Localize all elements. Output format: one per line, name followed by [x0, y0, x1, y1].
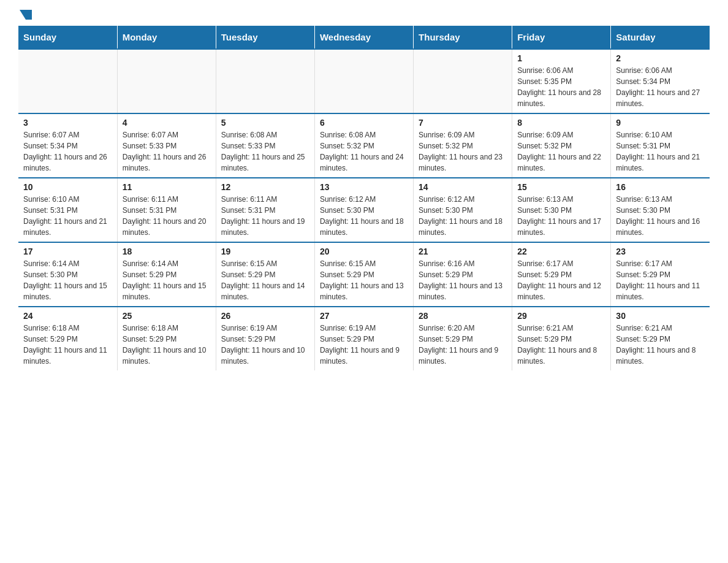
table-cell: 12Sunrise: 6:11 AMSunset: 5:31 PMDayligh… [216, 178, 314, 242]
table-cell: 5Sunrise: 6:08 AMSunset: 5:33 PMDaylight… [216, 113, 314, 178]
day-info: Sunrise: 6:17 AMSunset: 5:29 PMDaylight:… [616, 258, 705, 302]
day-info: Sunrise: 6:11 AMSunset: 5:31 PMDaylight:… [123, 194, 211, 238]
table-cell: 9Sunrise: 6:10 AMSunset: 5:31 PMDaylight… [611, 113, 710, 178]
day-number: 19 [221, 247, 309, 256]
day-number: 23 [616, 247, 705, 256]
table-cell: 15Sunrise: 6:13 AMSunset: 5:30 PMDayligh… [512, 178, 611, 242]
table-cell: 28Sunrise: 6:20 AMSunset: 5:29 PMDayligh… [414, 307, 512, 370]
day-info: Sunrise: 6:15 AMSunset: 5:29 PMDaylight:… [320, 258, 408, 302]
table-cell: 29Sunrise: 6:21 AMSunset: 5:29 PMDayligh… [512, 307, 611, 370]
logo [18, 12, 32, 20]
header-saturday: Saturday [611, 26, 710, 49]
day-info: Sunrise: 6:06 AMSunset: 5:35 PMDaylight:… [517, 65, 605, 109]
day-number: 16 [616, 182, 705, 192]
day-number: 3 [23, 118, 112, 128]
table-cell: 17Sunrise: 6:14 AMSunset: 5:30 PMDayligh… [18, 242, 117, 307]
day-info: Sunrise: 6:10 AMSunset: 5:31 PMDaylight:… [23, 194, 112, 238]
day-info: Sunrise: 6:07 AMSunset: 5:34 PMDaylight:… [23, 129, 112, 174]
day-number: 1 [517, 53, 605, 63]
day-number: 24 [23, 311, 112, 321]
day-info: Sunrise: 6:11 AMSunset: 5:31 PMDaylight:… [221, 194, 309, 238]
week-row-4: 17Sunrise: 6:14 AMSunset: 5:30 PMDayligh… [18, 242, 710, 307]
day-number: 27 [320, 311, 408, 321]
day-info: Sunrise: 6:12 AMSunset: 5:30 PMDaylight:… [320, 194, 408, 238]
table-cell: 27Sunrise: 6:19 AMSunset: 5:29 PMDayligh… [314, 307, 413, 370]
day-info: Sunrise: 6:13 AMSunset: 5:30 PMDaylight:… [616, 194, 705, 238]
table-cell: 10Sunrise: 6:10 AMSunset: 5:31 PMDayligh… [18, 178, 117, 242]
day-number: 8 [517, 118, 605, 128]
table-cell [117, 49, 216, 113]
day-info: Sunrise: 6:17 AMSunset: 5:29 PMDaylight:… [517, 258, 605, 302]
day-info: Sunrise: 6:21 AMSunset: 5:29 PMDaylight:… [616, 323, 705, 367]
day-number: 30 [616, 311, 705, 321]
logo-triangle-icon [20, 10, 32, 20]
day-number: 20 [320, 247, 408, 256]
page-header [18, 12, 710, 20]
day-info: Sunrise: 6:18 AMSunset: 5:29 PMDaylight:… [123, 323, 211, 367]
table-cell: 23Sunrise: 6:17 AMSunset: 5:29 PMDayligh… [611, 242, 710, 307]
day-number: 18 [123, 247, 211, 256]
day-number: 10 [23, 182, 112, 192]
table-cell: 1Sunrise: 6:06 AMSunset: 5:35 PMDaylight… [512, 49, 611, 113]
week-row-2: 3Sunrise: 6:07 AMSunset: 5:34 PMDaylight… [18, 113, 710, 178]
table-cell: 18Sunrise: 6:14 AMSunset: 5:29 PMDayligh… [117, 242, 216, 307]
day-info: Sunrise: 6:07 AMSunset: 5:33 PMDaylight:… [123, 129, 211, 174]
table-cell: 20Sunrise: 6:15 AMSunset: 5:29 PMDayligh… [314, 242, 413, 307]
day-info: Sunrise: 6:08 AMSunset: 5:33 PMDaylight:… [221, 129, 309, 174]
day-number: 11 [123, 182, 211, 192]
table-cell [18, 49, 117, 113]
table-cell: 22Sunrise: 6:17 AMSunset: 5:29 PMDayligh… [512, 242, 611, 307]
table-cell: 7Sunrise: 6:09 AMSunset: 5:32 PMDaylight… [414, 113, 512, 178]
day-info: Sunrise: 6:10 AMSunset: 5:31 PMDaylight:… [616, 129, 705, 174]
header-wednesday: Wednesday [314, 26, 413, 49]
week-row-5: 24Sunrise: 6:18 AMSunset: 5:29 PMDayligh… [18, 307, 710, 370]
day-number: 4 [123, 118, 211, 128]
day-number: 29 [517, 311, 605, 321]
header-monday: Monday [117, 26, 216, 49]
table-cell: 14Sunrise: 6:12 AMSunset: 5:30 PMDayligh… [414, 178, 512, 242]
table-cell: 24Sunrise: 6:18 AMSunset: 5:29 PMDayligh… [18, 307, 117, 370]
table-cell: 19Sunrise: 6:15 AMSunset: 5:29 PMDayligh… [216, 242, 314, 307]
day-info: Sunrise: 6:19 AMSunset: 5:29 PMDaylight:… [221, 323, 309, 367]
table-cell: 4Sunrise: 6:07 AMSunset: 5:33 PMDaylight… [117, 113, 216, 178]
table-cell [414, 49, 512, 113]
table-cell: 2Sunrise: 6:06 AMSunset: 5:34 PMDaylight… [611, 49, 710, 113]
table-cell: 3Sunrise: 6:07 AMSunset: 5:34 PMDaylight… [18, 113, 117, 178]
week-row-1: 1Sunrise: 6:06 AMSunset: 5:35 PMDaylight… [18, 49, 710, 113]
header-sunday: Sunday [18, 26, 117, 49]
table-cell [314, 49, 413, 113]
day-number: 15 [517, 182, 605, 192]
table-cell: 8Sunrise: 6:09 AMSunset: 5:32 PMDaylight… [512, 113, 611, 178]
table-cell [216, 49, 314, 113]
day-info: Sunrise: 6:12 AMSunset: 5:30 PMDaylight:… [419, 194, 507, 238]
day-info: Sunrise: 6:18 AMSunset: 5:29 PMDaylight:… [23, 323, 112, 367]
day-number: 5 [221, 118, 309, 128]
day-number: 2 [616, 53, 705, 63]
table-cell: 13Sunrise: 6:12 AMSunset: 5:30 PMDayligh… [314, 178, 413, 242]
day-info: Sunrise: 6:14 AMSunset: 5:29 PMDaylight:… [123, 258, 211, 302]
day-info: Sunrise: 6:21 AMSunset: 5:29 PMDaylight:… [517, 323, 605, 367]
header-friday: Friday [512, 26, 611, 49]
day-number: 14 [419, 182, 507, 192]
header-thursday: Thursday [414, 26, 512, 49]
day-number: 6 [320, 118, 408, 128]
day-info: Sunrise: 6:13 AMSunset: 5:30 PMDaylight:… [517, 194, 605, 238]
day-info: Sunrise: 6:15 AMSunset: 5:29 PMDaylight:… [221, 258, 309, 302]
calendar-header-row: SundayMondayTuesdayWednesdayThursdayFrid… [18, 26, 710, 49]
day-number: 13 [320, 182, 408, 192]
day-number: 26 [221, 311, 309, 321]
day-info: Sunrise: 6:08 AMSunset: 5:32 PMDaylight:… [320, 129, 408, 174]
day-info: Sunrise: 6:16 AMSunset: 5:29 PMDaylight:… [419, 258, 507, 302]
day-info: Sunrise: 6:20 AMSunset: 5:29 PMDaylight:… [419, 323, 507, 367]
day-info: Sunrise: 6:09 AMSunset: 5:32 PMDaylight:… [517, 129, 605, 174]
table-cell: 26Sunrise: 6:19 AMSunset: 5:29 PMDayligh… [216, 307, 314, 370]
day-number: 25 [123, 311, 211, 321]
day-info: Sunrise: 6:19 AMSunset: 5:29 PMDaylight:… [320, 323, 408, 367]
header-tuesday: Tuesday [216, 26, 314, 49]
table-cell: 30Sunrise: 6:21 AMSunset: 5:29 PMDayligh… [611, 307, 710, 370]
week-row-3: 10Sunrise: 6:10 AMSunset: 5:31 PMDayligh… [18, 178, 710, 242]
table-cell: 21Sunrise: 6:16 AMSunset: 5:29 PMDayligh… [414, 242, 512, 307]
calendar-table: SundayMondayTuesdayWednesdayThursdayFrid… [18, 26, 710, 370]
day-number: 28 [419, 311, 507, 321]
day-info: Sunrise: 6:06 AMSunset: 5:34 PMDaylight:… [616, 65, 705, 109]
